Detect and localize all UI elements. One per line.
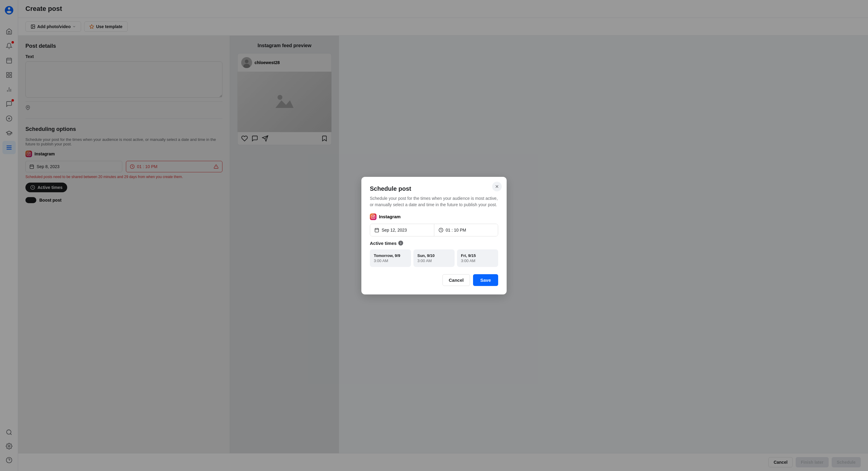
info-icon[interactable]: i xyxy=(398,241,403,245)
modal-title: Schedule post xyxy=(370,185,498,192)
modal-time-field[interactable]: 01 : 10 PM xyxy=(434,224,498,236)
modal-clock-icon xyxy=(438,228,443,233)
time-slot-date: Tomorrow, 9/9 xyxy=(374,253,407,258)
svg-point-46 xyxy=(373,216,374,217)
time-slot-date: Sun, 9/10 xyxy=(417,253,451,258)
modal-instagram-icon xyxy=(370,213,376,220)
modal-platform-name: Instagram xyxy=(379,214,401,219)
svg-point-47 xyxy=(374,215,374,216)
modal-active-times-label: Active times i xyxy=(370,241,498,246)
time-slot-time: 3:00 AM xyxy=(374,259,407,263)
time-slot-time: 3:00 AM xyxy=(417,259,451,263)
schedule-modal: Schedule post Schedule your post for the… xyxy=(361,177,507,295)
modal-date-field[interactable]: Sep 12, 2023 xyxy=(370,224,434,236)
modal-date-time: Sep 12, 2023 01 : 10 PM xyxy=(370,224,498,236)
modal-close-button[interactable] xyxy=(492,182,502,191)
modal-description: Schedule your post for the times when yo… xyxy=(370,195,498,208)
time-slot[interactable]: Tomorrow, 9/9 3:00 AM xyxy=(370,249,411,267)
modal-cancel-button[interactable]: Cancel xyxy=(442,274,470,286)
time-slot[interactable]: Fri, 9/15 3:00 AM xyxy=(457,249,498,267)
modal-actions: Cancel Save xyxy=(370,274,498,286)
modal-overlay: Schedule post Schedule your post for the… xyxy=(0,0,868,471)
modal-cancel-label: Cancel xyxy=(449,277,464,283)
modal-date-value: Sep 12, 2023 xyxy=(382,228,407,233)
modal-calendar-icon xyxy=(374,228,379,233)
svg-rect-48 xyxy=(375,228,379,232)
time-slots-grid: Tomorrow, 9/9 3:00 AM Sun, 9/10 3:00 AM … xyxy=(370,249,498,267)
active-times-text: Active times xyxy=(370,241,397,246)
svg-rect-45 xyxy=(371,215,375,218)
modal-platform-row: Instagram xyxy=(370,213,498,220)
time-slot-date: Fri, 9/15 xyxy=(461,253,494,258)
modal-save-label: Save xyxy=(480,277,491,283)
time-slot[interactable]: Sun, 9/10 3:00 AM xyxy=(413,249,455,267)
time-slot-time: 3:00 AM xyxy=(461,259,494,263)
modal-time-value: 01 : 10 PM xyxy=(446,228,466,233)
close-icon xyxy=(495,184,499,189)
modal-save-button[interactable]: Save xyxy=(473,274,498,286)
